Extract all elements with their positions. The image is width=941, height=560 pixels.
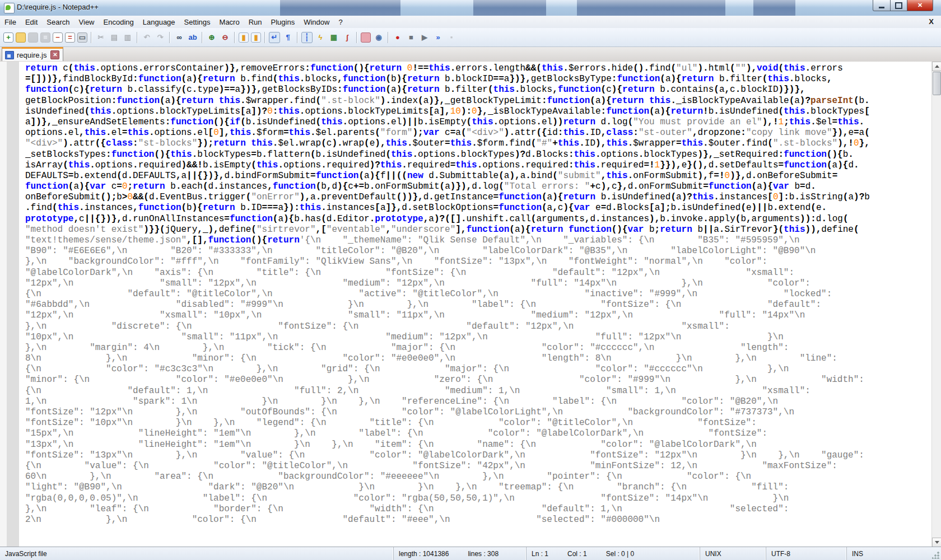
code-line: {\n "color": "#c3c3c3"\n },\n "grid": {\…: [25, 364, 931, 375]
macro-record-icon[interactable]: ●: [392, 32, 403, 43]
status-ln: Ln : 1: [532, 550, 548, 558]
code-line: "#6abbdd",\n "disabled": "#999"\n }\n },…: [25, 300, 931, 310]
tab-close-button[interactable]: ✕: [50, 50, 59, 59]
sync-horizontal-icon[interactable]: ▮: [251, 32, 261, 43]
code-line: 1,\n "spark": 1\n }\n }\n },\n "referenc…: [25, 396, 931, 407]
code-line: _setBlocksTypes:function(){this.blockTyp…: [25, 150, 931, 160]
tab-require-js[interactable]: require.js ✕: [2, 47, 63, 61]
replace-icon[interactable]: ab: [187, 32, 198, 43]
code-line: "minor": {\n "color": "#e0e0e0"\n },\n "…: [25, 375, 931, 385]
code-text-area[interactable]: return c(this.options.errorsContainer)},…: [25, 62, 931, 549]
word-wrap-icon[interactable]: ↵: [269, 32, 280, 43]
code-line: "fontSize": "12px"\n },\n "outOfBounds":…: [25, 407, 931, 418]
function-list-icon[interactable]: ϟ: [315, 32, 326, 43]
show-all-chars-icon[interactable]: ¶: [282, 32, 294, 43]
new-file-icon[interactable]: +: [3, 32, 13, 43]
code-line: =[]))},findBlockById:function(a){return …: [25, 74, 931, 85]
close-all-icon[interactable]: =: [65, 32, 75, 43]
status-length: length : 1041386: [399, 550, 449, 558]
vertical-scrollbar[interactable]: [931, 62, 941, 547]
menu-item-plugins[interactable]: Plugins: [267, 17, 300, 27]
maximize-icon: [895, 2, 902, 9]
saved-file-icon: [5, 51, 14, 59]
code-line: onBeforeSubmit();b>0&&(d.EventBus.trigge…: [25, 192, 931, 203]
macro-stop-icon[interactable]: ■: [406, 32, 417, 43]
toolbar-separator: [91, 32, 92, 43]
toolbar-separator: [356, 32, 357, 43]
cut-icon[interactable]: ✂: [95, 32, 106, 43]
menu-item-help[interactable]: ?: [334, 17, 347, 27]
menu-item-settings[interactable]: Settings: [180, 17, 215, 27]
code-line: "fontSize": "13px"\n },\n "value": {\n "…: [25, 450, 931, 461]
toolbar-separator: [234, 32, 235, 43]
menu-item-language[interactable]: Language: [138, 17, 180, 27]
menu-item-view[interactable]: View: [74, 17, 99, 27]
code-line: getBlockPosition:function(a){return this…: [25, 96, 931, 106]
fold-margin[interactable]: [7, 62, 19, 547]
scroll-up-button[interactable]: [932, 62, 941, 71]
scrollbar-thumb[interactable]: [933, 72, 941, 95]
resize-grip[interactable]: [932, 551, 940, 559]
titlebar-glass: [0, 0, 941, 16]
status-eol-format: UNIX: [700, 547, 766, 560]
close-file-icon[interactable]: −: [53, 32, 63, 43]
preview-icon[interactable]: ◉: [373, 32, 384, 43]
bookmark-margin[interactable]: [0, 62, 7, 547]
copy-icon[interactable]: ▤: [109, 32, 120, 43]
status-sel: Sel : 0 | 0: [606, 550, 634, 558]
maximize-button[interactable]: [891, 0, 907, 11]
code-line: },\n "margin": 4\n },\n "tick": {\n "maj…: [25, 343, 931, 353]
code-line: "fontSize": "10px"\n }\n },\n "legend": …: [25, 418, 931, 428]
undo-icon[interactable]: ↶: [141, 32, 152, 43]
macro-play-icon[interactable]: ▶: [419, 32, 430, 43]
sync-vertical-icon[interactable]: ▮: [239, 32, 249, 43]
macro-save-icon[interactable]: ▪: [446, 32, 457, 43]
menu-item-file[interactable]: File: [0, 17, 21, 27]
code-line: {\n "default": 1,\n "full": 2,\n "medium…: [25, 386, 931, 396]
minimize-button[interactable]: [873, 0, 891, 11]
close-window-button[interactable]: ✕: [907, 0, 933, 11]
redo-icon[interactable]: ↷: [155, 32, 166, 43]
paste-icon[interactable]: ▥: [122, 32, 133, 43]
run-script-icon[interactable]: ʃ: [342, 32, 353, 43]
title-bar[interactable]: D:\require.js - Notepad++ ✕: [0, 0, 941, 16]
toolbar: +≡−=▭✂▤▥↶↷∞ab⊕⊖▮▮↵¶┆ϟ▦ʃ◉●■▶»▪: [0, 28, 941, 47]
save-all-icon[interactable]: ≡: [40, 32, 50, 43]
menu-bar: FileEditSearchViewEncodingLanguageSettin…: [0, 16, 941, 29]
scroll-down-button[interactable]: [932, 538, 941, 547]
find-icon[interactable]: ∞: [174, 32, 185, 43]
code-line: "text!themes/sense/theme.json",[],functi…: [25, 235, 931, 246]
zoom-out-icon[interactable]: ⊖: [220, 32, 231, 43]
zoom-in-icon[interactable]: ⊕: [206, 32, 217, 43]
menu-item-macro[interactable]: Macro: [215, 17, 244, 27]
menu-item-encoding[interactable]: Encoding: [99, 17, 138, 27]
macro-run-multiple-icon[interactable]: »: [432, 32, 444, 43]
code-line: return c(this.options.errorsContainer)},…: [25, 63, 931, 74]
status-encoding: UTF-8: [766, 547, 847, 560]
indent-guide-icon[interactable]: ┆: [301, 32, 313, 43]
menu-item-window[interactable]: Window: [299, 17, 334, 27]
save-file-icon[interactable]: [28, 32, 38, 43]
code-line: "12px",\n "xsmall": "10px",\n "small": "…: [25, 310, 931, 321]
status-insert-mode: INS: [847, 547, 941, 560]
toolbar-separator: [169, 32, 170, 43]
status-bar: JavaScript file length : 1041386 lines :…: [0, 547, 941, 560]
menu-item-run[interactable]: Run: [244, 17, 267, 27]
print-icon[interactable]: ▭: [77, 32, 87, 43]
project-panel-icon[interactable]: [361, 32, 371, 43]
code-line: "12px",\n "small": "12px",\n "medium": "…: [25, 278, 931, 289]
window-controls: ✕: [873, 0, 933, 11]
code-line: "light": "@B90",\n "dark": "@B20"\n }\n …: [25, 482, 931, 493]
document-close-button[interactable]: X: [926, 17, 937, 26]
arrow-down-icon: [935, 541, 939, 544]
menu-item-search[interactable]: Search: [42, 17, 74, 27]
document-map-icon[interactable]: ▦: [328, 32, 339, 43]
status-lines: lines : 308: [468, 550, 499, 558]
code-line: 8\n },\n "minor": {\n "color": "#e0e0e0"…: [25, 353, 931, 364]
tab-bar: require.js ✕: [0, 47, 941, 62]
status-doc-type: JavaScript file: [0, 547, 394, 560]
code-line: function(c){return b.classify(c.type)==a…: [25, 85, 931, 95]
open-file-icon[interactable]: [16, 32, 26, 43]
code-line: },\n "discrete": {\n "fontSize": {\n "de…: [25, 321, 931, 332]
menu-item-edit[interactable]: Edit: [21, 17, 42, 27]
